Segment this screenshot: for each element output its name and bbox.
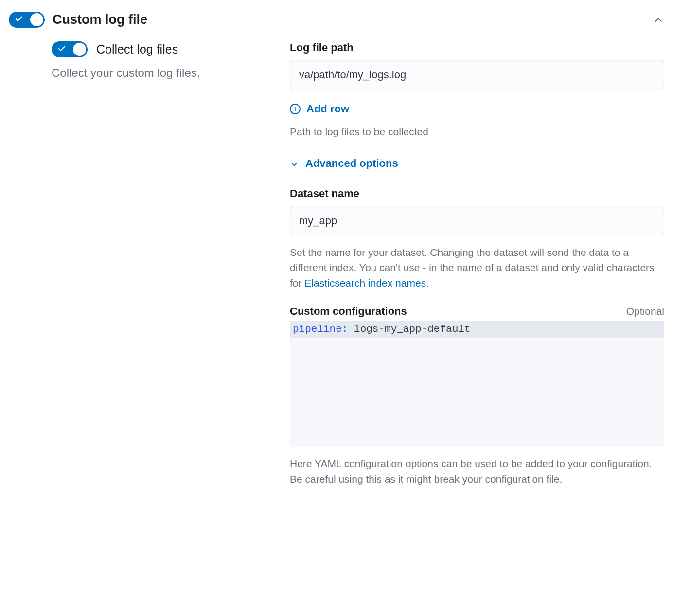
right-column: Log file path Add row Path to log files … (290, 41, 664, 501)
collect-toggle[interactable] (52, 41, 88, 57)
optional-tag: Optional (626, 306, 664, 317)
section-title: Custom log file (53, 12, 645, 27)
yaml-value: logs-my_app-default (354, 324, 470, 335)
log-path-help: Path to log files to be collected (290, 124, 664, 140)
toggle-knob (73, 43, 86, 56)
chevron-up-icon[interactable] (653, 14, 664, 26)
custom-config-label: Custom configurations (290, 305, 407, 318)
advanced-options-label: Advanced options (305, 157, 398, 170)
left-column: Collect log files Collect your custom lo… (52, 41, 270, 501)
check-icon (15, 15, 23, 25)
toggle-knob (30, 13, 43, 26)
yaml-line: pipeline: logs-my_app-default (290, 321, 664, 338)
yaml-key: pipeline (293, 324, 342, 335)
dataset-help-suffix: . (426, 277, 429, 289)
elasticsearch-link[interactable]: Elasticsearch index names (304, 277, 426, 289)
section-toggle[interactable] (9, 12, 45, 28)
custom-config-help: Here YAML configuration options can be u… (290, 456, 664, 487)
log-path-label: Log file path (290, 41, 664, 54)
collect-label: Collect log files (96, 42, 178, 56)
dataset-input[interactable] (290, 206, 664, 236)
dataset-label: Dataset name (290, 187, 664, 200)
dataset-help: Set the name for your dataset. Changing … (290, 245, 664, 291)
custom-config-editor[interactable]: pipeline: logs-my_app-default (290, 321, 664, 447)
plus-circle-icon (290, 104, 301, 114)
chevron-down-icon (290, 159, 299, 168)
check-icon (57, 44, 66, 55)
add-row-label: Add row (306, 103, 349, 115)
section-header: Custom log file (9, 12, 664, 28)
advanced-options-toggle[interactable]: Advanced options (290, 157, 664, 170)
log-path-input[interactable] (290, 60, 664, 90)
add-row-button[interactable]: Add row (290, 103, 664, 115)
collect-description: Collect your custom log files. (52, 66, 270, 80)
